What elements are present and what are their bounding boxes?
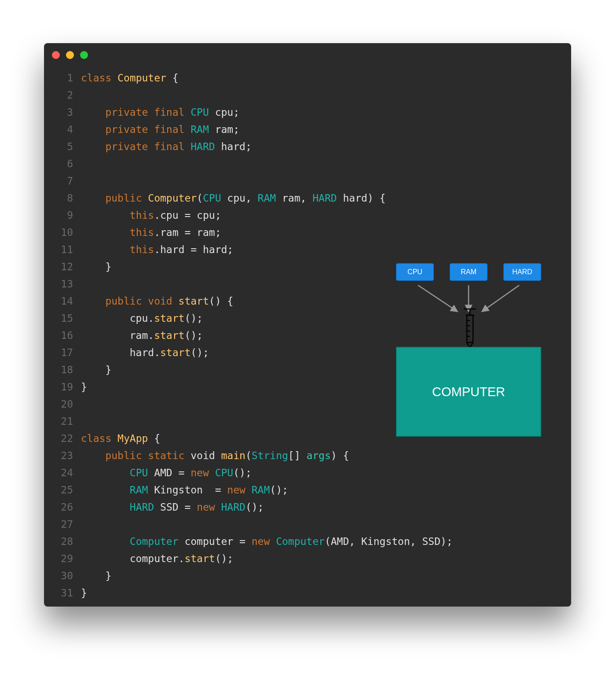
code-line: 30 }	[56, 567, 559, 585]
code-token: RAM	[258, 192, 282, 204]
code-token: hard) {	[343, 192, 386, 204]
code-token: void	[191, 450, 221, 461]
dep-box-hard: HARD	[503, 263, 541, 281]
code-token: RAM	[252, 484, 270, 496]
code-token	[81, 244, 130, 255]
code-token	[81, 210, 130, 221]
code-token: private final	[105, 141, 191, 152]
code-token: RAM	[191, 124, 215, 135]
code-token: }	[81, 570, 111, 581]
page-canvas: 1class Computer {2 3 private final CPU c…	[0, 0, 616, 688]
line-number: 16	[56, 327, 73, 344]
code-token	[81, 467, 130, 478]
dep-box-cpu: CPU	[396, 263, 434, 281]
line-number: 8	[56, 190, 73, 207]
code-token: HARD	[191, 141, 221, 152]
line-number: 20	[56, 396, 73, 413]
code-line: 24 CPU AMD = new CPU();	[56, 464, 559, 482]
code-token: public	[105, 192, 148, 204]
code-token: Computer	[148, 192, 197, 204]
code-token: CPU	[203, 192, 227, 204]
code-token: cpu;	[215, 107, 239, 118]
code-token: private final	[105, 107, 191, 118]
code-token: new	[252, 536, 276, 547]
line-number: 29	[56, 550, 73, 567]
code-line: 5 private final HARD hard;	[56, 138, 559, 155]
code-token: .hard = hard;	[154, 244, 233, 255]
code-token: new	[227, 484, 251, 496]
code-line: 23 public static void main(String[] args…	[56, 447, 559, 464]
code-token: main	[221, 450, 246, 461]
code-token: private final	[105, 124, 191, 135]
code-line: 29 computer.start();	[56, 550, 559, 567]
code-token: public static	[105, 450, 191, 461]
code-token: MyApp	[117, 433, 148, 444]
code-line: 7	[56, 173, 559, 190]
code-token: (	[246, 450, 252, 461]
code-token: RAM	[130, 484, 154, 496]
line-number: 31	[56, 585, 73, 602]
code-token: ();	[270, 484, 288, 496]
code-line: 28 Computer computer = new Computer(AMD,…	[56, 533, 559, 550]
line-number: 28	[56, 533, 73, 550]
line-number: 19	[56, 379, 73, 396]
code-line: 4 private final RAM ram;	[56, 121, 559, 138]
code-token: computer =	[184, 536, 251, 547]
code-token: }	[81, 261, 111, 272]
line-number: 27	[56, 516, 73, 533]
code-token: hard.	[81, 347, 160, 358]
code-token: new	[191, 467, 215, 478]
line-number: 26	[56, 499, 73, 516]
line-number: 25	[56, 482, 73, 499]
code-token: public void	[105, 295, 178, 307]
zoom-icon[interactable]	[80, 51, 88, 59]
code-token: ();	[233, 467, 252, 478]
code-token: .ram = ram;	[154, 227, 221, 238]
code-token: ();	[184, 330, 203, 341]
code-token: Computer	[117, 72, 166, 84]
code-token: () {	[209, 295, 233, 307]
code-token: cpu.	[81, 313, 154, 324]
code-token: cpu,	[227, 192, 257, 204]
line-number: 7	[56, 173, 73, 190]
code-line: 25 RAM Kingston = new RAM();	[56, 482, 559, 499]
line-number: 17	[56, 344, 73, 361]
code-line: 3 private final CPU cpu;	[56, 104, 559, 121]
dep-box-ram: RAM	[450, 263, 488, 281]
line-number: 15	[56, 310, 73, 327]
code-token	[81, 536, 130, 547]
line-number: 14	[56, 293, 73, 310]
code-token: ();	[184, 313, 203, 324]
code-token	[81, 450, 105, 461]
window-traffic-lights	[52, 51, 92, 61]
code-token: {	[166, 72, 179, 84]
code-token: (AMD, Kingston, SSD);	[325, 536, 453, 547]
code-line: 10 this.ram = ram;	[56, 224, 559, 241]
code-token: AMD =	[154, 467, 191, 478]
code-token: CPU	[130, 467, 154, 478]
code-token: start	[154, 330, 184, 341]
code-token: String	[252, 450, 288, 461]
code-token	[81, 192, 105, 204]
code-token: Computer	[130, 536, 185, 547]
code-line: 2	[56, 87, 559, 104]
code-token: CPU	[191, 107, 215, 118]
line-number: 30	[56, 567, 73, 585]
code-token: ram,	[282, 192, 312, 204]
code-token: (	[197, 192, 203, 204]
minimize-icon[interactable]	[66, 51, 74, 59]
svg-line-0	[418, 285, 458, 312]
code-token: ram.	[81, 330, 154, 341]
code-line: 9 this.cpu = cpu;	[56, 207, 559, 224]
code-token: Kingston =	[154, 484, 227, 496]
code-token	[81, 124, 105, 135]
svg-rect-6	[467, 315, 473, 342]
line-number: 2	[56, 87, 73, 104]
close-icon[interactable]	[52, 51, 60, 59]
code-token: computer.	[81, 553, 184, 564]
code-token: ();	[191, 347, 209, 358]
code-token: this	[130, 227, 154, 238]
code-token	[81, 107, 105, 118]
code-token	[81, 501, 130, 513]
line-number: 9	[56, 207, 73, 224]
